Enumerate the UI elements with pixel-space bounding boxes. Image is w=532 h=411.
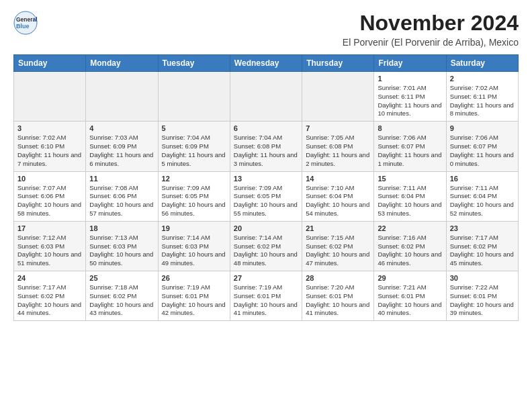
- location: El Porvenir (El Porvenir de Arriba), Mex…: [343, 37, 519, 48]
- day-number: 25: [89, 274, 154, 282]
- calendar-cell: 26Sunrise: 7:19 AM Sunset: 6:01 PM Dayli…: [158, 271, 230, 321]
- calendar-week-4: 24Sunrise: 7:17 AM Sunset: 6:02 PM Dayli…: [14, 271, 519, 321]
- day-detail: Sunrise: 7:09 AM Sunset: 6:05 PM Dayligh…: [234, 184, 298, 218]
- day-detail: Sunrise: 7:22 AM Sunset: 6:01 PM Dayligh…: [450, 283, 515, 318]
- day-number: 6: [234, 124, 298, 132]
- calendar-cell: [158, 72, 230, 122]
- day-detail: Sunrise: 7:15 AM Sunset: 6:02 PM Dayligh…: [306, 234, 370, 268]
- calendar-cell: 2Sunrise: 7:02 AM Sunset: 6:11 PM Daylig…: [446, 72, 518, 122]
- calendar-cell: 22Sunrise: 7:16 AM Sunset: 6:02 PM Dayli…: [374, 221, 446, 271]
- day-detail: Sunrise: 7:13 AM Sunset: 6:03 PM Dayligh…: [89, 234, 154, 268]
- calendar-cell: 3Sunrise: 7:02 AM Sunset: 6:10 PM Daylig…: [14, 122, 86, 171]
- calendar-cell: 7Sunrise: 7:05 AM Sunset: 6:08 PM Daylig…: [302, 122, 374, 171]
- calendar-cell: 13Sunrise: 7:09 AM Sunset: 6:05 PM Dayli…: [230, 171, 302, 221]
- day-detail: Sunrise: 7:14 AM Sunset: 6:03 PM Dayligh…: [162, 234, 226, 268]
- day-number: 13: [234, 175, 298, 183]
- day-number: 24: [17, 274, 82, 282]
- day-number: 3: [17, 124, 82, 132]
- day-number: 12: [162, 175, 226, 183]
- calendar-week-3: 17Sunrise: 7:12 AM Sunset: 6:03 PM Dayli…: [14, 221, 519, 271]
- day-detail: Sunrise: 7:16 AM Sunset: 6:02 PM Dayligh…: [378, 234, 442, 268]
- calendar-cell: 11Sunrise: 7:08 AM Sunset: 6:06 PM Dayli…: [86, 171, 158, 221]
- day-detail: Sunrise: 7:07 AM Sunset: 6:06 PM Dayligh…: [17, 184, 82, 218]
- day-number: 27: [234, 274, 298, 282]
- day-detail: Sunrise: 7:10 AM Sunset: 6:04 PM Dayligh…: [306, 184, 370, 218]
- day-detail: Sunrise: 7:12 AM Sunset: 6:03 PM Dayligh…: [17, 234, 82, 268]
- weekday-header-thursday: Thursday: [302, 55, 374, 72]
- day-number: 19: [162, 224, 226, 232]
- weekday-header-saturday: Saturday: [446, 55, 518, 72]
- day-number: 22: [378, 224, 442, 232]
- calendar-cell: 8Sunrise: 7:06 AM Sunset: 6:07 PM Daylig…: [374, 122, 446, 171]
- day-number: 29: [378, 274, 442, 282]
- calendar-cell: 21Sunrise: 7:15 AM Sunset: 6:02 PM Dayli…: [302, 221, 374, 271]
- calendar-cell: 14Sunrise: 7:10 AM Sunset: 6:04 PM Dayli…: [302, 171, 374, 221]
- day-detail: Sunrise: 7:05 AM Sunset: 6:08 PM Dayligh…: [306, 134, 370, 168]
- day-number: 9: [450, 124, 515, 132]
- month-title: November 2024: [343, 11, 519, 36]
- calendar-cell: 25Sunrise: 7:18 AM Sunset: 6:02 PM Dayli…: [86, 271, 158, 321]
- day-number: 7: [306, 124, 370, 132]
- day-number: 30: [450, 274, 515, 282]
- weekday-header-row: SundayMondayTuesdayWednesdayThursdayFrid…: [14, 55, 519, 72]
- day-detail: Sunrise: 7:04 AM Sunset: 6:08 PM Dayligh…: [234, 134, 298, 168]
- calendar-cell: 27Sunrise: 7:19 AM Sunset: 6:01 PM Dayli…: [230, 271, 302, 321]
- day-detail: Sunrise: 7:02 AM Sunset: 6:10 PM Dayligh…: [17, 134, 82, 168]
- calendar-cell: 19Sunrise: 7:14 AM Sunset: 6:03 PM Dayli…: [158, 221, 230, 271]
- day-number: 21: [306, 224, 370, 232]
- day-detail: Sunrise: 7:01 AM Sunset: 6:11 PM Dayligh…: [378, 84, 442, 118]
- calendar-cell: [302, 72, 374, 122]
- day-detail: Sunrise: 7:11 AM Sunset: 6:04 PM Dayligh…: [450, 184, 515, 218]
- day-detail: Sunrise: 7:06 AM Sunset: 6:07 PM Dayligh…: [450, 134, 515, 168]
- weekday-header-sunday: Sunday: [14, 55, 86, 72]
- weekday-header-friday: Friday: [374, 55, 446, 72]
- calendar-cell: [14, 72, 86, 122]
- calendar-cell: 28Sunrise: 7:20 AM Sunset: 6:01 PM Dayli…: [302, 271, 374, 321]
- day-number: 18: [89, 224, 154, 232]
- day-number: 15: [378, 175, 442, 183]
- day-detail: Sunrise: 7:08 AM Sunset: 6:06 PM Dayligh…: [89, 184, 154, 218]
- calendar-cell: 18Sunrise: 7:13 AM Sunset: 6:03 PM Dayli…: [86, 221, 158, 271]
- calendar-cell: 5Sunrise: 7:04 AM Sunset: 6:09 PM Daylig…: [158, 122, 230, 171]
- logo: General Blue: [13, 11, 38, 35]
- calendar-cell: 23Sunrise: 7:17 AM Sunset: 6:02 PM Dayli…: [446, 221, 518, 271]
- day-number: 26: [162, 274, 226, 282]
- day-number: 20: [234, 224, 298, 232]
- title-block: November 2024 El Porvenir (El Porvenir d…: [343, 11, 519, 48]
- calendar-cell: 24Sunrise: 7:17 AM Sunset: 6:02 PM Dayli…: [14, 271, 86, 321]
- weekday-header-tuesday: Tuesday: [158, 55, 230, 72]
- day-detail: Sunrise: 7:19 AM Sunset: 6:01 PM Dayligh…: [162, 283, 226, 318]
- day-detail: Sunrise: 7:04 AM Sunset: 6:09 PM Dayligh…: [162, 134, 226, 168]
- day-detail: Sunrise: 7:14 AM Sunset: 6:02 PM Dayligh…: [234, 234, 298, 268]
- day-number: 2: [450, 75, 515, 83]
- calendar-cell: [86, 72, 158, 122]
- day-detail: Sunrise: 7:18 AM Sunset: 6:02 PM Dayligh…: [89, 283, 154, 318]
- day-number: 14: [306, 175, 370, 183]
- day-detail: Sunrise: 7:20 AM Sunset: 6:01 PM Dayligh…: [306, 283, 370, 318]
- calendar-week-1: 3Sunrise: 7:02 AM Sunset: 6:10 PM Daylig…: [14, 122, 519, 171]
- day-number: 28: [306, 274, 370, 282]
- calendar-cell: 10Sunrise: 7:07 AM Sunset: 6:06 PM Dayli…: [14, 171, 86, 221]
- calendar-cell: 9Sunrise: 7:06 AM Sunset: 6:07 PM Daylig…: [446, 122, 518, 171]
- calendar-cell: 20Sunrise: 7:14 AM Sunset: 6:02 PM Dayli…: [230, 221, 302, 271]
- calendar-cell: 6Sunrise: 7:04 AM Sunset: 6:08 PM Daylig…: [230, 122, 302, 171]
- svg-text:Blue: Blue: [16, 23, 30, 30]
- logo-svg: General Blue: [13, 11, 38, 35]
- calendar-week-0: 1Sunrise: 7:01 AM Sunset: 6:11 PM Daylig…: [14, 72, 519, 122]
- weekday-header-monday: Monday: [86, 55, 158, 72]
- calendar-cell: 12Sunrise: 7:09 AM Sunset: 6:05 PM Dayli…: [158, 171, 230, 221]
- weekday-header-wednesday: Wednesday: [230, 55, 302, 72]
- calendar-cell: 16Sunrise: 7:11 AM Sunset: 6:04 PM Dayli…: [446, 171, 518, 221]
- calendar-cell: 1Sunrise: 7:01 AM Sunset: 6:11 PM Daylig…: [374, 72, 446, 122]
- day-detail: Sunrise: 7:17 AM Sunset: 6:02 PM Dayligh…: [17, 283, 82, 318]
- day-detail: Sunrise: 7:03 AM Sunset: 6:09 PM Dayligh…: [89, 134, 154, 168]
- day-number: 5: [162, 124, 226, 132]
- day-number: 10: [17, 175, 82, 183]
- day-detail: Sunrise: 7:06 AM Sunset: 6:07 PM Dayligh…: [378, 134, 442, 168]
- calendar-week-2: 10Sunrise: 7:07 AM Sunset: 6:06 PM Dayli…: [14, 171, 519, 221]
- day-number: 16: [450, 175, 515, 183]
- day-detail: Sunrise: 7:19 AM Sunset: 6:01 PM Dayligh…: [234, 283, 298, 318]
- calendar-table: SundayMondayTuesdayWednesdayThursdayFrid…: [13, 54, 519, 321]
- day-number: 17: [17, 224, 82, 232]
- day-number: 1: [378, 75, 442, 83]
